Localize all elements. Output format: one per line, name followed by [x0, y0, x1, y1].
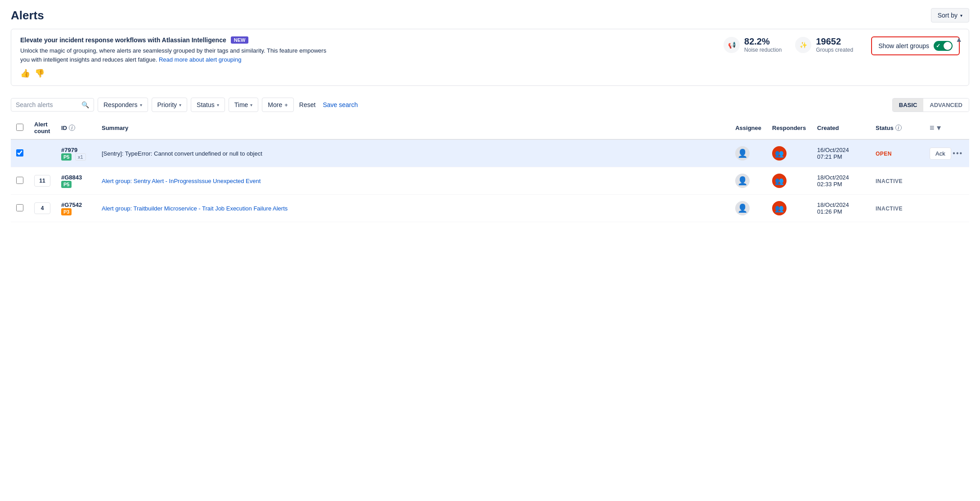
row-responders-cell: 👥 [767, 139, 812, 167]
alert-groups-toggle[interactable]: ✓ [934, 41, 953, 51]
view-toggle: BASIC ADVANCED [892, 98, 969, 112]
row-checkbox[interactable] [16, 149, 23, 157]
page-title: Alerts [11, 9, 44, 22]
responder-avatar: 👥 [772, 174, 787, 188]
groups-created-value: 19652 [816, 36, 853, 47]
basic-view-button[interactable]: BASIC [893, 98, 923, 112]
banner-collapse-button[interactable]: ▲ [955, 36, 962, 44]
header-created-col: Created [812, 116, 870, 139]
row-created: 18/Oct/202401:26 PM [817, 201, 849, 215]
search-box: 🔍 [11, 98, 94, 112]
thumbs-up-button[interactable]: 👍 [20, 68, 30, 78]
multiplier-badge: x1 [75, 153, 86, 161]
row-summary-link[interactable]: Alert group: Traitbuilder Microservice -… [102, 205, 288, 212]
row-checkbox[interactable] [16, 204, 23, 211]
save-search-button[interactable]: Save search [321, 98, 360, 112]
row-summary-cell: Alert group: Traitbuilder Microservice -… [96, 195, 730, 222]
ack-button[interactable]: Ack [930, 148, 951, 160]
banner-stats: 📢 82.2% Noise reduction ✨ 19652 Groups c… [724, 36, 853, 53]
priority-badge: P5 [61, 153, 72, 161]
id-info-icon: i [69, 125, 75, 131]
row-checkbox[interactable] [16, 177, 23, 184]
banner-content: Elevate your incident response workflows… [20, 36, 724, 78]
search-icon: 🔍 [81, 101, 89, 108]
header-assignee-col: Assignee [730, 116, 767, 139]
status-filter-button[interactable]: Status ▾ [191, 98, 225, 112]
sort-by-label: Sort by [938, 12, 958, 19]
responder-avatar: 👥 [772, 201, 787, 215]
row-id-cell: #7979 P5 x1 [56, 139, 96, 167]
header-summary-col: Summary [96, 116, 730, 139]
show-alert-groups-label: Show alert groups [878, 42, 929, 49]
plus-icon: + [284, 102, 288, 108]
count-badge: 11 [34, 175, 50, 187]
column-options-button[interactable]: ≡ ▾ [930, 123, 941, 133]
row-status: OPEN [876, 151, 892, 157]
reset-button[interactable]: Reset [297, 98, 318, 112]
row-assignee-cell: 👤 [730, 167, 767, 195]
responders-filter-button[interactable]: Responders ▾ [98, 98, 148, 112]
row-responders-cell: 👥 [767, 167, 812, 195]
priority-badge: P3 [61, 208, 72, 215]
row-actions-cell: Ack ••• [924, 139, 969, 167]
row-responders-cell: 👥 [767, 195, 812, 222]
status-label: Status [197, 101, 215, 108]
header-actions-col: ≡ ▾ [924, 116, 969, 139]
advanced-view-button[interactable]: ADVANCED [923, 98, 969, 112]
row-created-cell: 16/Oct/202407:21 PM [812, 139, 870, 167]
priority-filter-button[interactable]: Priority ▾ [152, 98, 188, 112]
row-summary-link[interactable]: Alert group: Sentry Alert - InProgressIs… [102, 178, 261, 184]
filters-row: 🔍 Responders ▾ Priority ▾ Status ▾ Time … [0, 93, 980, 116]
header-checkbox-col [11, 116, 29, 139]
thumbs-up-icon: 👍 [20, 69, 30, 78]
row-created: 18/Oct/202402:33 PM [817, 174, 849, 188]
row-checkbox-cell [11, 167, 29, 195]
row-id-cell: #G7542 P3 [56, 195, 96, 222]
select-all-checkbox[interactable] [16, 124, 23, 131]
chevron-down-icon: ▾ [179, 103, 181, 107]
megaphone-icon: 📢 [724, 37, 740, 53]
row-actions-cell [924, 195, 969, 222]
row-id-cell: #G8843 P5 [56, 167, 96, 195]
banner-feedback: 👍 👎 [20, 68, 724, 78]
row-summary-cell: [Sentry]: TypeError: Cannot convert unde… [96, 139, 730, 167]
status-info-icon: i [895, 125, 902, 131]
row-status-cell: INACTIVE [870, 195, 924, 222]
search-input[interactable] [16, 101, 79, 108]
more-actions-button[interactable]: ••• [953, 149, 963, 157]
banner-description: Unlock the magic of grouping, where aler… [20, 46, 335, 64]
show-alert-groups-control[interactable]: Show alert groups ✓ [871, 36, 960, 55]
chevron-up-icon: ▲ [955, 36, 962, 43]
assignee-avatar: 👤 [735, 174, 750, 188]
alerts-table: Alert count ID i Summary Assignee Respon… [11, 116, 969, 222]
sort-by-button[interactable]: Sort by ▾ [931, 8, 969, 22]
table-header-row: Alert count ID i Summary Assignee Respon… [11, 116, 969, 139]
time-filter-button[interactable]: Time ▾ [229, 98, 259, 112]
noise-reduction-value: 82.2% [744, 36, 782, 47]
new-badge: NEW [231, 36, 249, 44]
row-actions-cell [924, 167, 969, 195]
row-checkbox-cell [11, 195, 29, 222]
responders-label: Responders [103, 101, 138, 108]
thumbs-down-button[interactable]: 👎 [35, 68, 45, 78]
chevron-down-icon: ▾ [250, 103, 252, 107]
read-more-link[interactable]: Read more about alert grouping [159, 56, 242, 63]
time-label: Time [234, 101, 248, 108]
row-status: INACTIVE [876, 178, 903, 184]
chevron-down-icon: ▾ [217, 103, 219, 107]
thumbs-down-icon: 👎 [35, 69, 45, 78]
row-summary-link[interactable]: [Sentry]: TypeError: Cannot convert unde… [102, 150, 262, 157]
page-header: Alerts Sort by ▾ [0, 0, 980, 29]
noise-reduction-label: Noise reduction [744, 47, 782, 53]
banner-title: Elevate your incident response workflows… [20, 36, 724, 44]
more-label: More [268, 101, 282, 108]
row-created-cell: 18/Oct/202402:33 PM [812, 167, 870, 195]
more-filter-button[interactable]: More + [262, 98, 294, 112]
assignee-avatar: 👤 [735, 146, 750, 161]
header-id-col: ID i [56, 116, 96, 139]
priority-badge: P5 [61, 181, 72, 188]
row-status: INACTIVE [876, 206, 903, 212]
groups-created-stat: ✨ 19652 Groups created [795, 36, 853, 53]
groups-created-label: Groups created [816, 47, 853, 53]
table-row: 11 #G8843 P5 Alert group: Sentry Alert -… [11, 167, 969, 195]
